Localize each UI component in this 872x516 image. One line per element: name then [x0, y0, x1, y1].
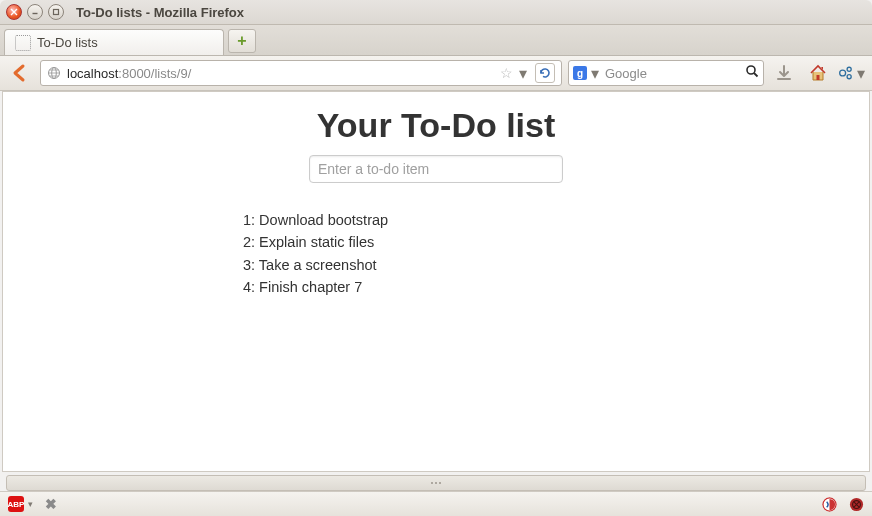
adblock-icon[interactable]: ABP — [8, 496, 24, 512]
svg-point-3 — [747, 66, 755, 74]
svg-point-7 — [847, 75, 851, 79]
home-button[interactable] — [804, 60, 832, 86]
disabled-extension-icon[interactable]: ✖ — [45, 496, 57, 512]
window-close-button[interactable] — [6, 4, 22, 20]
status-bar: ABP ▾ ✖ — [0, 491, 872, 516]
todo-list: 1: Download bootstrap 2: Explain static … — [243, 209, 388, 299]
svg-rect-4 — [817, 75, 820, 80]
reload-button[interactable] — [535, 63, 555, 83]
window-titlebar: To-Do lists - Mozilla Firefox — [0, 0, 872, 25]
page-title: Your To-Do list — [317, 106, 556, 145]
search-engine-dropdown-icon[interactable]: ▾ — [591, 64, 601, 83]
status-addon-icon-1[interactable] — [822, 497, 837, 512]
downloads-button[interactable] — [770, 60, 798, 86]
url-text: localhost:8000/lists/9/ — [67, 66, 494, 81]
tab-strip: To-Do lists + — [0, 25, 872, 56]
addon-gear-button[interactable]: ▾ — [838, 60, 866, 86]
list-item: 3: Take a screenshot — [243, 254, 388, 276]
navigation-toolbar: localhost:8000/lists/9/ ☆ ▾ g ▾ Google ▾ — [0, 56, 872, 91]
browser-tab[interactable]: To-Do lists — [4, 29, 224, 55]
todo-input[interactable] — [309, 155, 563, 183]
google-engine-icon[interactable]: g — [573, 66, 587, 80]
back-button[interactable] — [6, 60, 34, 86]
svg-rect-0 — [54, 10, 59, 15]
globe-icon — [47, 66, 61, 80]
window-minimize-button[interactable] — [27, 4, 43, 20]
status-addon-icon-2[interactable] — [849, 497, 864, 512]
window-controls — [0, 4, 70, 20]
bookmark-star-icon[interactable]: ☆ — [500, 65, 513, 81]
plus-icon: + — [237, 33, 246, 49]
tab-favicon — [15, 35, 31, 51]
window-title: To-Do lists - Mozilla Firefox — [76, 5, 244, 20]
tab-title: To-Do lists — [37, 35, 98, 50]
adblock-dropdown-icon[interactable]: ▾ — [28, 499, 33, 509]
window-maximize-button[interactable] — [48, 4, 64, 20]
svg-point-5 — [840, 70, 846, 76]
list-item: 4: Finish chapter 7 — [243, 276, 388, 298]
firefox-window: To-Do lists - Mozilla Firefox To-Do list… — [0, 0, 872, 516]
horizontal-scrollbar[interactable] — [6, 475, 866, 491]
list-item: 2: Explain static files — [243, 231, 388, 253]
scrollbar-grip-icon — [431, 482, 441, 484]
page-content: Your To-Do list 1: Download bootstrap 2:… — [2, 91, 870, 472]
address-bar[interactable]: localhost:8000/lists/9/ ☆ ▾ — [40, 60, 562, 86]
svg-point-6 — [847, 67, 851, 71]
url-dropdown-icon[interactable]: ▾ — [519, 64, 529, 83]
search-submit-icon[interactable] — [745, 64, 759, 82]
list-item: 1: Download bootstrap — [243, 209, 388, 231]
search-box[interactable]: g ▾ Google — [568, 60, 764, 86]
search-placeholder: Google — [605, 66, 741, 81]
new-tab-button[interactable]: + — [228, 29, 256, 53]
chevron-down-icon: ▾ — [857, 64, 866, 83]
